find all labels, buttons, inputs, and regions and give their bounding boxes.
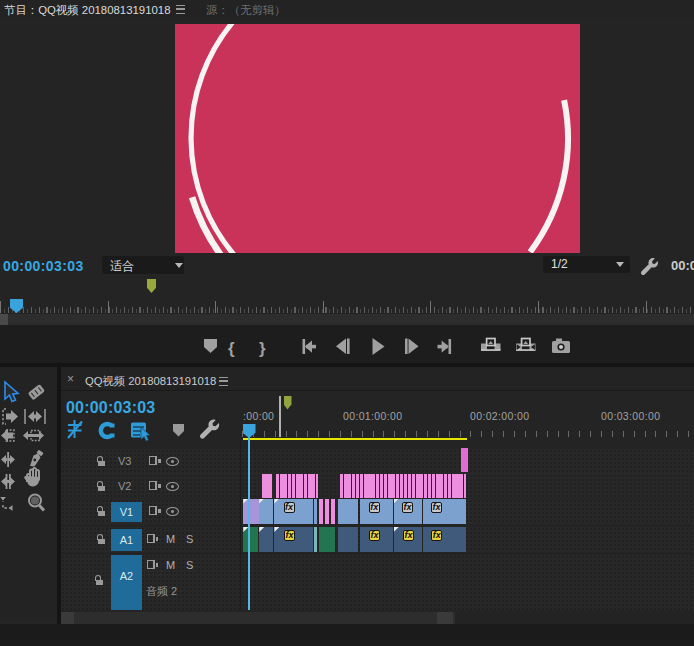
svg-text:{: { [228,339,235,358]
svg-text:}: } [259,339,266,358]
